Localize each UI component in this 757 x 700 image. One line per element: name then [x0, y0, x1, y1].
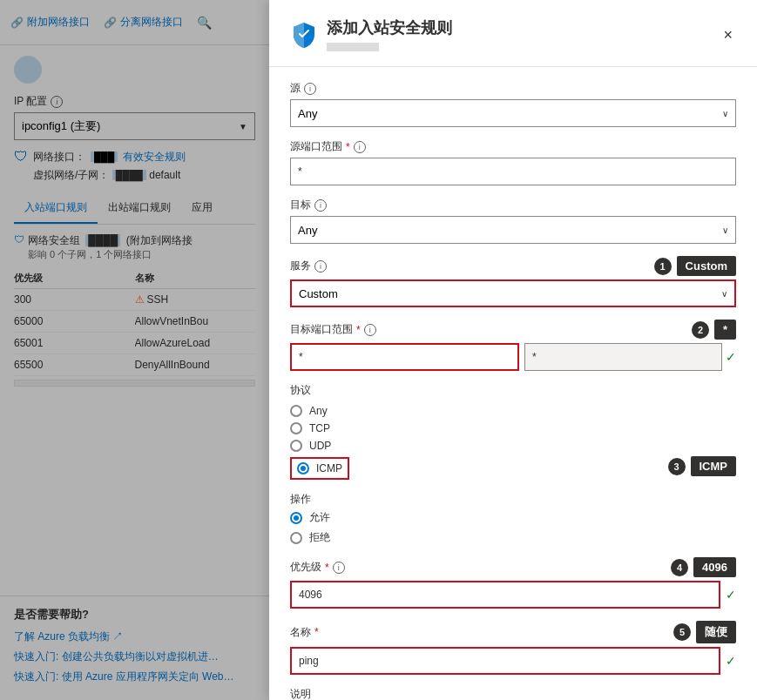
- chevron-down-icon: ∨: [722, 109, 728, 118]
- required-star: *: [314, 626, 319, 638]
- dest-port-annotation: 2 *: [692, 320, 736, 340]
- radio-circle: [290, 405, 302, 417]
- service-annotation: 1 Custom: [654, 256, 736, 276]
- priority-check-icon: ✓: [726, 588, 736, 602]
- name-input[interactable]: [290, 647, 720, 675]
- annotation-badge-2: 2: [692, 321, 709, 339]
- required-star: *: [325, 562, 329, 574]
- action-deny[interactable]: 拒绝: [290, 530, 736, 545]
- destination-group: 目标 i Any ∨: [290, 198, 736, 244]
- source-dropdown[interactable]: Any ∨: [290, 99, 736, 127]
- modal-body: 源 i Any ∨ 源端口范围 * i 目标 i Any: [269, 67, 757, 700]
- protocol-annotation: 3 ICMP: [668, 456, 737, 476]
- priority-input[interactable]: [290, 581, 720, 609]
- source-port-group: 源端口范围 * i: [290, 139, 736, 185]
- priority-group: 优先级 * i 4 4096 ✓: [290, 557, 736, 609]
- name-annotation: 5 随便: [673, 621, 736, 643]
- name-check-icon: ✓: [726, 654, 736, 668]
- annotation-tooltip-4: 4096: [693, 557, 736, 577]
- dest-port-inputs: ✓: [290, 343, 736, 371]
- modal-title: 添加入站安全规则: [327, 17, 452, 38]
- source-label: 源 i: [290, 81, 736, 96]
- annotation-tooltip-5: 随便: [696, 621, 736, 643]
- destination-label: 目标 i: [290, 198, 736, 212]
- annotation-tooltip-2: *: [714, 320, 736, 340]
- modal-panel: 添加入站安全规则 × 源 i Any ∨ 源端口范围 *: [269, 0, 757, 700]
- protocol-udp[interactable]: UDP: [290, 440, 349, 452]
- chevron-down-icon: ∨: [722, 225, 728, 235]
- protocol-options: Any TCP UDP ICMP: [290, 405, 349, 480]
- dest-port-right-container: ✓: [524, 343, 736, 371]
- radio-circle-selected: [290, 512, 302, 524]
- modal-shield-icon: [290, 21, 318, 49]
- action-options: 允许 拒绝: [290, 510, 736, 545]
- radio-dot: [301, 466, 306, 471]
- source-info-icon: i: [304, 83, 316, 95]
- source-port-label: 源端口范围 * i: [290, 139, 736, 154]
- name-group: 名称 * 5 随便 ✓: [290, 621, 736, 675]
- annotation-badge-3: 3: [668, 458, 686, 475]
- dest-port-group: 目标端口范围 * i 2 * ✓: [290, 320, 736, 371]
- description-label: 说明: [290, 687, 736, 700]
- source-group: 源 i Any ∨: [290, 81, 736, 127]
- required-star: *: [346, 141, 350, 153]
- source-port-input[interactable]: [290, 158, 736, 185]
- close-button[interactable]: ×: [720, 23, 736, 48]
- modal-subtitle: [327, 40, 452, 52]
- priority-annotation: 4 4096: [671, 557, 736, 577]
- dest-port-right-input[interactable]: [524, 343, 722, 371]
- description-group: 说明: [290, 687, 736, 700]
- required-star: *: [356, 324, 361, 336]
- destination-info-icon: i: [314, 199, 327, 212]
- service-dropdown[interactable]: Custom ∨: [290, 279, 736, 307]
- modal-title-row: 添加入站安全规则: [290, 17, 452, 52]
- protocol-group: 协议 Any TCP UDP: [290, 383, 736, 480]
- protocol-label: 协议: [290, 383, 736, 398]
- annotation-badge-1: 1: [654, 258, 672, 275]
- dest-port-label-row: 目标端口范围 * i 2 *: [290, 320, 736, 340]
- radio-circle: [290, 532, 302, 544]
- action-label: 操作: [290, 492, 736, 507]
- action-allow[interactable]: 允许: [290, 510, 736, 525]
- check-icon: ✓: [726, 350, 736, 364]
- annotation-badge-5: 5: [673, 623, 691, 641]
- annotation-tooltip-3: ICMP: [691, 456, 737, 476]
- name-label-row: 名称 * 5 随便: [290, 621, 736, 643]
- radio-circle: [290, 440, 302, 452]
- priority-info-icon: i: [333, 562, 345, 574]
- source-port-info-icon: i: [354, 141, 366, 153]
- service-label-row: 服务 i 1 Custom: [290, 256, 736, 276]
- protocol-tcp[interactable]: TCP: [290, 422, 349, 434]
- protocol-any[interactable]: Any: [290, 405, 349, 417]
- destination-dropdown[interactable]: Any ∨: [290, 216, 736, 244]
- chevron-down-icon: ∨: [721, 289, 727, 299]
- service-info-icon: i: [314, 260, 327, 273]
- annotation-badge-4: 4: [671, 559, 688, 576]
- action-group: 操作 允许 拒绝: [290, 492, 736, 545]
- radio-dot: [294, 515, 299, 521]
- priority-label-row: 优先级 * i 4 4096: [290, 557, 736, 577]
- dest-port-left-input[interactable]: [290, 343, 519, 371]
- modal-header: 添加入站安全规则 ×: [269, 0, 757, 67]
- service-group: 服务 i 1 Custom Custom ∨: [290, 256, 736, 307]
- annotation-tooltip-1: Custom: [677, 256, 736, 276]
- dest-port-info-icon: i: [364, 324, 376, 336]
- radio-circle: [290, 422, 302, 434]
- radio-circle-selected: [297, 462, 309, 475]
- protocol-icmp[interactable]: ICMP: [290, 457, 349, 480]
